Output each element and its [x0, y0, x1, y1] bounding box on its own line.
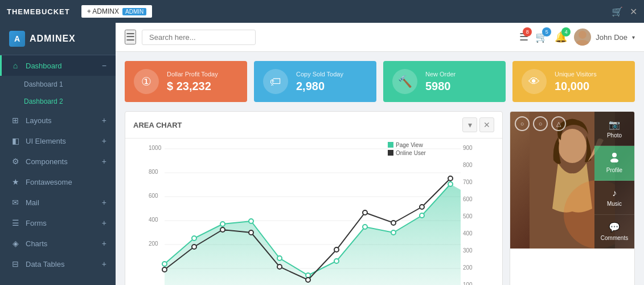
close-top-icon[interactable]: ✕ — [630, 6, 637, 17]
chart-close-button[interactable]: ✕ — [479, 117, 494, 132]
svg-point-28 — [249, 230, 253, 235]
svg-text:Page View: Page View — [396, 142, 423, 148]
svg-point-15 — [192, 236, 196, 241]
sidebar-item-label-mail: Mail — [26, 198, 96, 207]
photo-button[interactable]: 📷 Photo — [594, 112, 634, 146]
components-plus-icon: + — [102, 157, 106, 166]
svg-text:Online User: Online User — [396, 150, 426, 156]
overlay-icon-3[interactable]: △ — [551, 116, 566, 131]
sidebar-item-layouts[interactable]: ⊞ Layouts + — [0, 110, 116, 131]
chart-controls: ▾ ✕ — [462, 117, 494, 132]
profile-overlay-icons: ○ ○ △ — [515, 116, 566, 131]
svg-text:600: 600 — [463, 196, 473, 202]
sidebar-brand: A ADMINEX — [0, 23, 116, 55]
sidebar-item-label-components: Components — [26, 157, 96, 166]
music-button[interactable]: ♪ Music — [594, 181, 634, 215]
profile-label: Profile — [606, 167, 622, 173]
list-badge: 8 — [523, 27, 532, 36]
sidebar-brand-name: ADMINEX — [30, 34, 76, 44]
svg-point-19 — [306, 273, 310, 278]
copy-sold-label: Copy Sold Today — [296, 71, 343, 78]
data-tables-icon: ⊟ — [11, 259, 20, 268]
sidebar-item-dashboard[interactable]: ⌂ Dashboard − — [0, 55, 116, 76]
admin-badge: ADMIN — [122, 8, 146, 15]
profile-image-wrap: ○ ○ △ 📷 Photo — [510, 112, 634, 249]
sidebar-sub-item-dashboard1[interactable]: Dashboard 1 — [0, 76, 116, 93]
stat-info-copy: Copy Sold Today 2,980 — [296, 71, 343, 93]
cart-badge: 5 — [542, 27, 551, 36]
svg-point-26 — [192, 245, 196, 249]
sidebar-item-ui-elements[interactable]: ◧ UI Elements + — [0, 131, 116, 151]
svg-text:800: 800 — [149, 169, 158, 175]
sidebar-item-mail[interactable]: ✉ Mail + — [0, 192, 116, 213]
copy-sold-icon: 🏷 — [263, 69, 288, 94]
profile-panel: ○ ○ △ 📷 Photo — [510, 111, 635, 285]
svg-text:300: 300 — [463, 247, 473, 254]
svg-text:400: 400 — [463, 230, 473, 237]
svg-point-30 — [306, 278, 310, 282]
profile-button[interactable]: Profile — [594, 146, 634, 180]
svg-point-23 — [420, 213, 424, 218]
sidebar-sub-item-dashboard2[interactable]: Dashboard 2 — [0, 93, 116, 110]
main-layout: A ADMINEX ⌂ Dashboard − Dashboard 1 Dash… — [0, 23, 644, 285]
layouts-plus-icon: + — [102, 116, 106, 125]
sidebar-item-data-tables[interactable]: ⊟ Data Tables + — [0, 254, 116, 274]
chart-panel: AREA CHART ▾ ✕ 1000 800 600 400 — [125, 111, 503, 285]
visitors-label: Unique Visitors — [555, 71, 597, 78]
dollar-profit-label: Dollar Profit Today — [167, 71, 218, 78]
comments-button[interactable]: 💬 Comments — [594, 215, 634, 249]
chart-header: AREA CHART ▾ ✕ — [125, 112, 502, 139]
music-icon: ♪ — [612, 188, 617, 198]
svg-text:200: 200 — [463, 264, 473, 271]
svg-point-21 — [363, 225, 367, 229]
content-body: ① Dollar Profit Today $ 23,232 🏷 Copy So… — [116, 52, 644, 285]
search-input[interactable] — [142, 30, 256, 45]
cart-top-icon[interactable]: 🛒 — [612, 6, 623, 17]
svg-point-14 — [162, 262, 167, 266]
top-bar-tab[interactable]: + ADMINX ADMIN — [81, 5, 153, 18]
sidebar-item-charts[interactable]: ◈ Charts + — [0, 233, 116, 254]
sidebar-item-label-ui: UI Elements — [26, 137, 96, 145]
user-info[interactable]: John Doe ▾ — [574, 28, 635, 46]
music-label: Music — [607, 201, 622, 207]
sidebar-item-label-layouts: Layouts — [26, 116, 96, 125]
visitors-value: 10,000 — [555, 80, 597, 93]
svg-point-24 — [448, 182, 453, 186]
profile-side-actions: 📷 Photo Profile ♪ Musi — [594, 112, 634, 249]
svg-text:600: 600 — [149, 193, 158, 199]
chart-body: 1000 800 600 400 200 — [125, 139, 502, 285]
data-tables-plus-icon: + — [102, 259, 106, 268]
svg-text:1000: 1000 — [149, 145, 162, 151]
new-order-icon: 🔨 — [392, 69, 417, 94]
bell-icon-wrap[interactable]: 🔔 4 — [555, 31, 567, 43]
top-bar-brand: THEMEBUCKET — [7, 7, 70, 16]
comments-icon: 💬 — [609, 222, 620, 233]
stat-info-visitors: Unique Visitors 10,000 — [555, 71, 597, 93]
svg-text:500: 500 — [463, 213, 473, 219]
sidebar-item-fontawesome[interactable]: ★ Fontawesome — [0, 172, 116, 192]
sidebar-brand-icon: A — [9, 31, 25, 47]
svg-text:100: 100 — [463, 282, 473, 285]
sidebar-item-forms[interactable]: ☰ Forms + — [0, 213, 116, 233]
svg-point-1 — [576, 40, 589, 46]
svg-point-31 — [334, 247, 339, 252]
chart-collapse-button[interactable]: ▾ — [462, 117, 477, 132]
sidebar-item-label-fontawesome: Fontawesome — [26, 178, 106, 186]
stat-cards: ① Dollar Profit Today $ 23,232 🏷 Copy So… — [125, 61, 635, 102]
hamburger-button[interactable]: ☰ — [125, 30, 136, 44]
forms-plus-icon: + — [102, 218, 106, 227]
user-name: John Doe — [596, 33, 627, 42]
svg-rect-38 — [388, 150, 393, 156]
overlay-icon-1[interactable]: ○ — [515, 116, 530, 131]
overlay-icon-2[interactable]: ○ — [533, 116, 548, 131]
sidebar-item-components[interactable]: ⚙ Components + — [0, 151, 116, 172]
area-chart-svg: 1000 800 600 400 200 — [125, 139, 502, 285]
stat-info-order: New Order 5980 — [425, 71, 456, 93]
sidebar-collapse-icon: − — [102, 61, 106, 70]
stat-card-visitors: 👁 Unique Visitors 10,000 — [512, 61, 635, 102]
svg-marker-13 — [165, 184, 461, 285]
list-icon-wrap[interactable]: ☰ 8 — [519, 31, 528, 43]
svg-point-20 — [334, 259, 339, 263]
svg-point-17 — [249, 219, 253, 223]
cart-icon-wrap[interactable]: 🛒 5 — [535, 31, 548, 43]
